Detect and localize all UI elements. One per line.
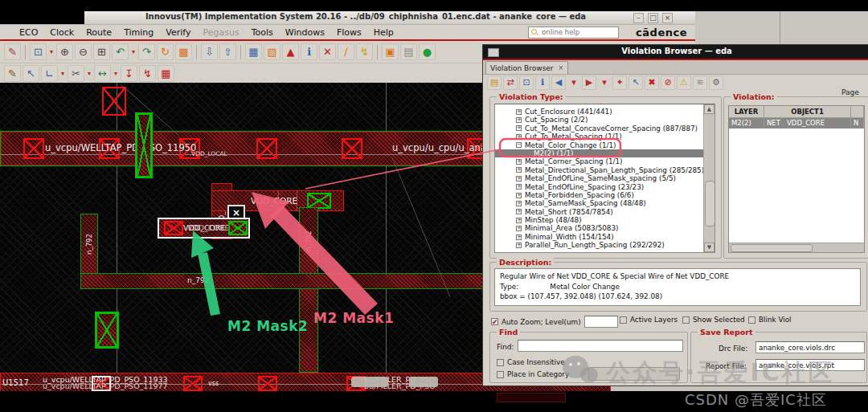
tree-expander-icon[interactable]: + bbox=[516, 243, 522, 248]
new-window-icon[interactable]: ▣ bbox=[382, 43, 399, 60]
report-file-input[interactable] bbox=[755, 359, 865, 371]
scroll-down-icon[interactable]: ▼ bbox=[704, 243, 714, 252]
checkbox-checked-icon[interactable]: ✔ bbox=[491, 318, 498, 325]
tree-row[interactable]: +Metal_EndOfLine_Spacing (23/23) bbox=[495, 183, 714, 191]
scrollbar-thumb[interactable] bbox=[731, 244, 813, 252]
scroll-up-icon[interactable]: ▲ bbox=[704, 104, 714, 114]
tree-item-label[interactable]: Metal_Forbidden_Spacing (6/6) bbox=[525, 191, 634, 199]
close-button[interactable]: × bbox=[662, 13, 673, 23]
tree-expander-icon[interactable]: + bbox=[516, 226, 522, 231]
dropdown-arrow-icon[interactable]: ▾ bbox=[59, 66, 66, 81]
place-in-category-option[interactable]: Place in Category bbox=[497, 370, 569, 378]
scrollbar-thumb[interactable] bbox=[705, 181, 715, 226]
column-object2[interactable] bbox=[851, 106, 864, 117]
table-horizontal-scrollbar[interactable] bbox=[729, 243, 864, 252]
tree-expander-icon[interactable]: + bbox=[516, 209, 522, 214]
ruler-icon[interactable]: ∕ bbox=[338, 43, 354, 60]
tree-row-selected-m2[interactable]: M2(2) (1/1) bbox=[495, 149, 714, 157]
tree-item-label[interactable]: Cut_Enclosure (441/441) bbox=[525, 108, 612, 116]
violation-type-tree[interactable]: +Cut_Enclosure (441/441) +Cut_Spacing (2… bbox=[494, 104, 715, 253]
tree-expander-icon[interactable]: + bbox=[516, 109, 522, 115]
design-browser-icon[interactable]: ▩ bbox=[175, 43, 192, 60]
tree-row[interactable]: +Metal_EndOfLine_SameMask_spacing (5/5) bbox=[495, 174, 714, 182]
waive-violation-icon[interactable]: ⚠ bbox=[677, 75, 691, 90]
active-layers-option[interactable]: Active Layers bbox=[620, 316, 678, 324]
zoom-to-violation-icon[interactable]: ⊡ bbox=[519, 75, 534, 90]
tree-item-label[interactable]: Metal_Directional_Span_Length_Spacing (2… bbox=[525, 166, 704, 174]
refresh-icon[interactable]: ↻ bbox=[157, 43, 174, 60]
online-help-search-input[interactable] bbox=[540, 27, 614, 37]
edit-highlight-icon[interactable]: ✎ bbox=[4, 43, 21, 60]
stretch-wire-icon[interactable]: ↔ bbox=[94, 65, 111, 82]
dropdown-arrow-icon[interactable]: ▾ bbox=[113, 66, 119, 81]
delete-violation-icon[interactable]: ✖ bbox=[645, 75, 659, 90]
zoom-out-icon[interactable]: ⊖ bbox=[75, 43, 92, 60]
vb-title-bar[interactable]: Violation Browser — eda bbox=[483, 45, 868, 59]
zoom-selection-icon[interactable]: ⊞ bbox=[93, 43, 110, 60]
tree-item-label[interactable]: Cut_To_Metal_Spacing (1/1) bbox=[525, 133, 622, 141]
bus-route-icon[interactable]: ▦ bbox=[158, 65, 174, 82]
category-combobox[interactable] bbox=[588, 367, 680, 381]
tree-expander-icon[interactable]: + bbox=[516, 117, 522, 123]
minimize-button[interactable]: – bbox=[633, 13, 644, 23]
tree-row[interactable]: +Metal_Forbidden_Spacing (6/6) bbox=[495, 191, 714, 199]
zoom-in-icon[interactable]: ⊕ bbox=[56, 43, 73, 60]
tree-expander-icon[interactable]: + bbox=[516, 159, 522, 165]
tree-row[interactable]: +Minimal_Area (5083/5083) bbox=[495, 224, 714, 232]
tree-expander-icon[interactable]: − bbox=[516, 142, 522, 148]
tree-expander-icon[interactable]: + bbox=[516, 125, 522, 131]
menu-flows[interactable]: Flows bbox=[337, 27, 362, 38]
show-selected-option[interactable]: Show Selected bbox=[682, 316, 745, 324]
refresh-violations-icon[interactable]: ⇄ bbox=[503, 75, 518, 90]
push-wire-icon[interactable]: ↧ bbox=[121, 65, 137, 82]
tree-row[interactable]: +Cut_To_Metal_Spacing (1/1) bbox=[495, 133, 714, 141]
tree-expander-icon[interactable]: + bbox=[516, 184, 522, 190]
dropdown-arrow-icon[interactable]: ▾ bbox=[130, 44, 137, 59]
column-layer[interactable]: LAYER bbox=[729, 106, 764, 117]
tree-item-label[interactable]: Metal_Short (7854/7854) bbox=[525, 208, 613, 216]
tree-expander-icon[interactable]: + bbox=[516, 134, 522, 140]
checkbox-icon[interactable] bbox=[682, 316, 690, 324]
tree-expander-icon[interactable]: + bbox=[516, 218, 522, 223]
load-violations-icon[interactable]: ▤ bbox=[487, 75, 502, 90]
drc-file-input[interactable] bbox=[755, 341, 865, 353]
tree-row[interactable]: +MinStep (48/48) bbox=[495, 216, 714, 224]
wire-edit-icon[interactable]: ✎ bbox=[4, 65, 21, 82]
report-icon[interactable]: ▤ bbox=[400, 43, 417, 60]
tree-expander-icon[interactable]: + bbox=[516, 176, 522, 182]
tree-row[interactable]: +Parallel_Run_Length_Spacing (292/292) bbox=[495, 241, 714, 249]
select-wire-icon[interactable]: ↖ bbox=[23, 65, 39, 82]
menu-tools[interactable]: Tools bbox=[252, 27, 273, 38]
tree-row[interactable]: +Metal_Corner_Spacing (1/1) bbox=[495, 157, 714, 165]
interactive-route-icon[interactable]: ↯ bbox=[139, 65, 156, 82]
tree-item-label[interactable]: Metal_EndOfLine_SameMask_spacing (5/5) bbox=[525, 174, 676, 182]
tree-item-label[interactable]: M2(2) (1/1) bbox=[534, 149, 573, 157]
tree-expander-icon[interactable]: + bbox=[516, 193, 522, 198]
first-violation-icon[interactable]: ◀ bbox=[551, 75, 566, 90]
cut-wire-icon[interactable]: ✂ bbox=[68, 65, 84, 82]
save-design-icon[interactable]: ⇧ bbox=[219, 43, 236, 60]
restore-design-icon[interactable]: ⇩ bbox=[201, 43, 218, 60]
zoom-fit-icon[interactable]: ⊡ bbox=[30, 43, 47, 60]
blink-viol-option[interactable]: Blink Viol bbox=[748, 316, 791, 324]
menu-clock[interactable]: Clock bbox=[50, 27, 74, 38]
flightline-icon[interactable]: ↯ bbox=[356, 43, 373, 60]
tree-row[interactable]: +Metal_Short (7854/7854) bbox=[495, 208, 714, 216]
tree-item-label[interactable]: Metal_Color_Change (1/1) bbox=[525, 141, 616, 149]
selected-violation-wire[interactable]: VDD_CORE bbox=[158, 218, 250, 239]
tree-item-label[interactable]: Minimal_Area (5083/5083) bbox=[525, 224, 619, 232]
checkbox-icon[interactable] bbox=[620, 316, 627, 324]
column-object1[interactable]: OBJECT1 bbox=[764, 106, 851, 117]
tree-row[interactable]: +Cut_Enclosure (441/441) bbox=[495, 108, 714, 116]
false-violation-icon[interactable]: ⊘ bbox=[661, 75, 675, 90]
menu-verify[interactable]: Verify bbox=[166, 27, 190, 38]
case-insensitive-option[interactable]: Case Insensitive bbox=[497, 358, 565, 366]
tree-row[interactable]: +Metal_Directional_Span_Length_Spacing (… bbox=[495, 166, 714, 174]
menu-help[interactable]: Help bbox=[374, 27, 394, 38]
tree-item-label[interactable]: Parallel_Run_Length_Spacing (292/292) bbox=[525, 241, 665, 249]
tree-item-label[interactable]: Minimal_Width (154/154) bbox=[525, 233, 614, 241]
violation-table-row[interactable]: M2(2) NET VDD_CORE N bbox=[729, 118, 864, 128]
go-icon[interactable]: ● bbox=[419, 43, 436, 60]
tree-expander-icon[interactable]: + bbox=[516, 201, 522, 206]
redo-icon[interactable]: ↷ bbox=[138, 43, 155, 60]
